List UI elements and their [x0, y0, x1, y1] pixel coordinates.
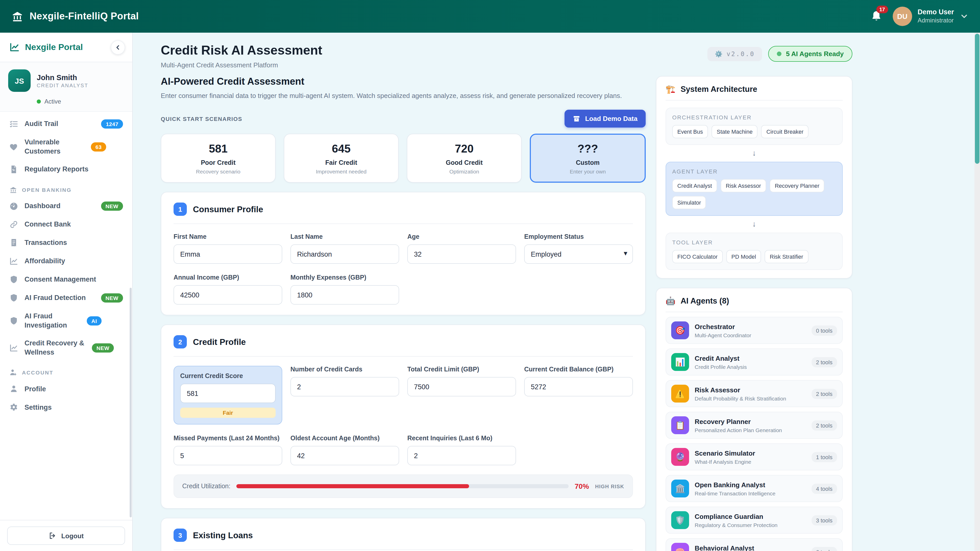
- link-icon: [9, 220, 18, 229]
- section-open-banking: OPEN BANKING: [5, 179, 127, 197]
- age-field[interactable]: [407, 245, 516, 264]
- chevron-down-icon: [959, 12, 969, 21]
- sidebar-scrollbar[interactable]: [130, 288, 132, 517]
- credit-limit-label: Total Credit Limit (GBP): [407, 366, 516, 373]
- annual-income-label: Annual Income (GBP): [173, 274, 282, 281]
- clipboard-icon: 📋: [671, 416, 689, 434]
- credit-cards-label: Number of Credit Cards: [290, 366, 399, 373]
- chart-line-icon: [9, 343, 18, 352]
- status-label: Active: [45, 98, 61, 105]
- chip-state-machine: State Machine: [711, 125, 758, 138]
- shield-icon: [9, 275, 18, 284]
- agent-recovery-planner[interactable]: 📋 Recovery Planner Personalized Action P…: [666, 412, 843, 439]
- load-demo-data-button[interactable]: Load Demo Data: [565, 110, 646, 127]
- last-name-field[interactable]: [290, 245, 399, 264]
- checklist-icon: [9, 119, 18, 129]
- sidebar-item-settings[interactable]: Settings: [5, 398, 127, 416]
- page-scrollbar-thumb[interactable]: [975, 34, 980, 164]
- consumer-profile-title: Consumer Profile: [193, 204, 263, 214]
- credit-profile-title: Credit Profile: [193, 337, 246, 347]
- scenario-poor-credit[interactable]: 581 Poor Credit Recovery scenario: [161, 134, 275, 183]
- scenario-cards: 581 Poor Credit Recovery scenario 645 Fa…: [161, 134, 646, 183]
- vulnerable-count-badge: 63: [91, 142, 107, 151]
- credit-utilization-bar: Credit Utilization: 70% HIGH RISK: [173, 475, 633, 498]
- agent-credit-analyst[interactable]: 📊 Credit Analyst Credit Profile Analysis…: [666, 348, 843, 375]
- sidebar-item-dashboard[interactable]: Dashboard NEW: [5, 197, 127, 215]
- agent-behavioral-analyst[interactable]: 🧠 Behavioral Analyst Financial Behavior …: [666, 538, 843, 551]
- warning-icon: ⚠️: [671, 385, 689, 403]
- chip-event-bus: Event Bus: [672, 125, 708, 138]
- monthly-expenses-field[interactable]: [290, 285, 399, 305]
- sidebar-item-profile[interactable]: Profile: [5, 380, 127, 398]
- sidebar-item-connect-bank[interactable]: Connect Bank: [5, 215, 127, 233]
- notifications-button[interactable]: 17: [870, 10, 883, 23]
- agent-risk-assessor[interactable]: ⚠️ Risk Assessor Default Probability & R…: [666, 380, 843, 407]
- oldest-account-label: Oldest Account Age (Months): [290, 435, 399, 442]
- gear-emoji-icon: ⚙️: [715, 50, 722, 57]
- credit-cards-field[interactable]: [290, 377, 399, 396]
- chip-risk-assessor: Risk Assessor: [721, 179, 766, 192]
- agent-compliance-guardian[interactable]: 🛡️ Compliance Guardian Regulatory & Cons…: [666, 507, 843, 534]
- utilization-track: [237, 484, 569, 488]
- page-scrollbar[interactable]: [974, 33, 980, 551]
- notification-count-badge: 17: [876, 6, 888, 13]
- sidebar-collapse-button[interactable]: [111, 40, 125, 54]
- receipt-icon: [9, 238, 18, 248]
- credit-score-field[interactable]: [180, 384, 275, 403]
- utilization-label: Credit Utilization:: [182, 483, 231, 490]
- credit-balance-field[interactable]: [524, 377, 633, 396]
- missed-payments-field[interactable]: [173, 446, 282, 465]
- top-header-bar: Nexgile-FintelliQ Portal 17 DU Demo User…: [0, 0, 980, 33]
- sidebar-item-regulatory-reports[interactable]: Regulatory Reports: [5, 160, 127, 179]
- gauge-icon: [9, 202, 18, 211]
- credit-limit-field[interactable]: [407, 377, 516, 396]
- fraud-investigation-ai-badge: AI: [87, 316, 102, 325]
- agents-ready-badge: 5 AI Agents Ready: [768, 46, 853, 62]
- recent-inquiries-field[interactable]: [407, 446, 516, 465]
- sidebar-item-ai-fraud-detection[interactable]: AI Fraud Detection NEW: [5, 289, 127, 307]
- robot-icon: 🤖: [666, 297, 676, 306]
- sidebar-item-consent-management[interactable]: Consent Management: [5, 270, 127, 289]
- version-badge: ⚙️ v2.0.0: [708, 47, 762, 61]
- credit-score-box: Current Credit Score Fair: [173, 366, 282, 424]
- step-3-badge: 3: [173, 529, 187, 542]
- sidebar-item-ai-fraud-investigation[interactable]: AI Fraud Investigation AI: [5, 307, 127, 334]
- scenario-fair-credit[interactable]: 645 Fair Credit Improvement needed: [284, 134, 399, 183]
- shield-icon: [9, 316, 18, 325]
- oldest-account-field[interactable]: [290, 446, 399, 465]
- agent-open-banking-analyst[interactable]: 🏛️ Open Banking Analyst Real-time Transa…: [666, 475, 843, 502]
- user-menu[interactable]: DU Demo User Administrator: [892, 6, 969, 26]
- sidebar-user-avatar: JS: [8, 69, 30, 92]
- sidebar: Nexgile Portal JS John Smith CREDIT ANAL…: [0, 33, 133, 551]
- chip-credit-analyst: Credit Analyst: [672, 179, 717, 192]
- system-architecture-panel: 🏗️ System Architecture ORCHESTRATION LAY…: [656, 76, 853, 279]
- first-name-field[interactable]: [173, 245, 282, 264]
- employment-status-select[interactable]: Employed: [524, 245, 633, 264]
- scenario-custom[interactable]: ??? Custom Enter your own: [530, 134, 646, 183]
- sidebar-item-transactions[interactable]: Transactions: [5, 233, 127, 252]
- scenario-good-credit[interactable]: 720 Good Credit Optimization: [407, 134, 522, 183]
- sidebar-brand: Nexgile Portal: [9, 42, 83, 52]
- sidebar-item-credit-recovery[interactable]: Credit Recovery & Wellness NEW: [5, 334, 127, 361]
- sidebar-item-vulnerable-customers[interactable]: Vulnerable Customers 63: [5, 133, 127, 160]
- consumer-profile-card: 1 Consumer Profile First Name Last Name: [161, 192, 646, 315]
- logout-button[interactable]: Logout: [7, 527, 125, 545]
- agent-scenario-simulator[interactable]: 🔮 Scenario Simulator What-If Analysis En…: [666, 443, 843, 470]
- target-icon: 🎯: [671, 321, 689, 339]
- down-arrow-icon: ↓: [666, 219, 843, 228]
- sidebar-user-name: John Smith: [37, 73, 88, 81]
- status-dot: [37, 100, 41, 103]
- sidebar-item-audit-trail[interactable]: Audit Trail 1247: [5, 115, 127, 133]
- missed-payments-label: Missed Payments (Last 24 Months): [173, 435, 282, 442]
- agent-orchestrator[interactable]: 🎯 Orchestrator Multi-Agent Coordinator 0…: [666, 317, 843, 344]
- person-icon: [9, 384, 18, 394]
- agent-layer: AGENT LAYER Credit Analyst Risk Assessor…: [666, 162, 843, 216]
- sidebar-item-affordability[interactable]: Affordability: [5, 252, 127, 270]
- annual-income-field[interactable]: [173, 285, 282, 305]
- score-band-badge: Fair: [180, 408, 275, 418]
- tools-count: 0 tools: [811, 325, 837, 335]
- quick-start-label: QUICK START SCENARIOS: [161, 116, 242, 122]
- user-gear-icon: [9, 368, 18, 377]
- bank-logo-icon: [11, 10, 24, 22]
- last-name-label: Last Name: [290, 233, 399, 240]
